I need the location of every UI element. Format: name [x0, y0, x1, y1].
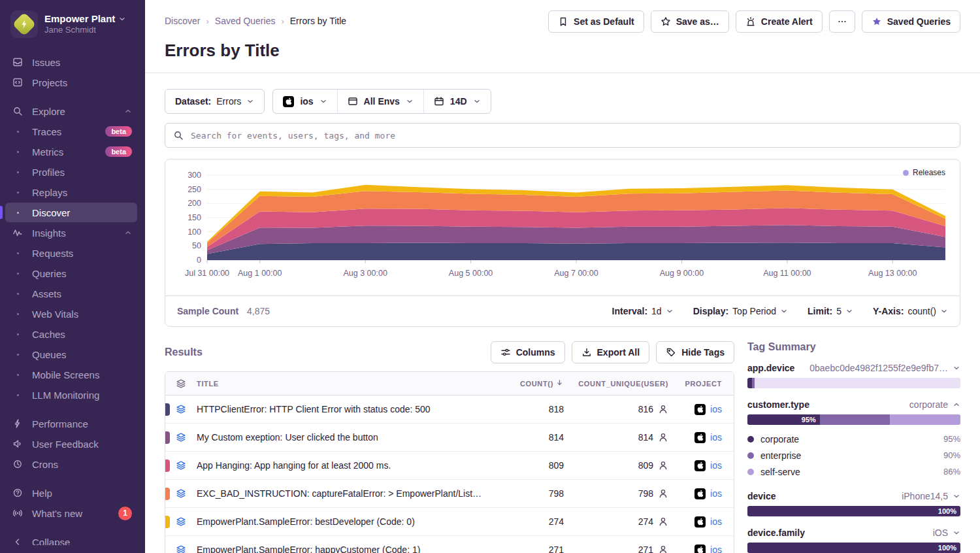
- projects-icon: [12, 77, 24, 88]
- row-title[interactable]: EXC_BAD_INSTRUCTION: captureFatalError: …: [197, 488, 505, 499]
- svg-text:300: 300: [188, 171, 201, 180]
- org-switcher[interactable]: Empower Plant Jane Schmidt: [0, 9, 145, 47]
- set-as-default-button[interactable]: Set as Default: [548, 10, 644, 33]
- sidebar-item-crons[interactable]: Crons: [5, 454, 137, 474]
- sidebar-item-llm-monitoring[interactable]: LLM Monitoring: [5, 385, 137, 405]
- project-link[interactable]: ios: [710, 432, 722, 443]
- search-input[interactable]: [189, 130, 952, 141]
- apple-icon: [694, 460, 706, 471]
- chevron-down-icon[interactable]: [953, 529, 960, 537]
- apple-icon: [694, 432, 706, 443]
- row-title[interactable]: EmpowerPlant.SampleError: bestDeveloper …: [197, 516, 505, 527]
- tag-card-device: deviceiPhone14,5100%: [747, 491, 960, 516]
- sidebar-item-label: Help: [32, 488, 52, 499]
- svg-text:250: 250: [188, 185, 201, 194]
- environment-filter[interactable]: All Envs: [337, 90, 423, 113]
- star-filled-icon: [872, 16, 882, 27]
- sidebar-item-profiles[interactable]: Profiles: [5, 162, 137, 182]
- app-root: Empower Plant Jane Schmidt IssuesProject…: [0, 0, 980, 553]
- row-count-unique: 274: [564, 516, 668, 527]
- bullet-icon: [12, 333, 24, 335]
- sidebar-item-caches[interactable]: Caches: [5, 324, 137, 344]
- display-selector[interactable]: Display:Top Period: [693, 306, 788, 316]
- legend-dot-icon: [903, 170, 909, 176]
- value-color-dot: [747, 469, 754, 475]
- sidebar-item-assets[interactable]: Assets: [5, 284, 137, 303]
- svg-text:150: 150: [188, 213, 201, 222]
- sidebar-item-replays[interactable]: Replays: [5, 182, 137, 202]
- series-color-chip: [165, 488, 170, 500]
- breadcrumb-discover[interactable]: Discover: [165, 16, 200, 26]
- row-title[interactable]: My Custom exeption: User clicked the but…: [197, 432, 505, 443]
- page-filter-group: ios All Envs 14D: [272, 89, 491, 114]
- tag-value-row[interactable]: corporate95%: [747, 431, 960, 447]
- hide-tags-button[interactable]: Hide Tags: [656, 341, 734, 363]
- chevron-down-icon[interactable]: [953, 492, 960, 500]
- dataset-selector[interactable]: Dataset: Errors: [165, 89, 265, 114]
- sidebar-item-insights[interactable]: Insights: [5, 223, 137, 243]
- row-title[interactable]: HTTPClientError: HTTP Client Error with …: [197, 404, 505, 414]
- project-link[interactable]: ios: [710, 516, 722, 527]
- sidebar-item-web-vitals[interactable]: Web Vitals: [5, 304, 137, 324]
- sidebar-item-explore[interactable]: Explore: [5, 101, 137, 121]
- row-project: ios: [668, 460, 734, 471]
- saved-queries-button[interactable]: Saved Queries: [862, 10, 960, 33]
- date-range-filter[interactable]: 14D: [423, 90, 491, 113]
- tag-value-percent: 95%: [943, 434, 960, 444]
- sidebar-item-issues[interactable]: Issues: [5, 52, 137, 72]
- clock-icon: [12, 459, 24, 469]
- column-header-project[interactable]: PROJECT: [668, 380, 734, 388]
- save-as-button[interactable]: Save as…: [651, 10, 729, 33]
- export-all-button[interactable]: Export All: [572, 341, 650, 363]
- chevron-down-icon[interactable]: [953, 364, 960, 372]
- row-title[interactable]: EmpowerPlant.SampleError: happyCustomer …: [197, 545, 505, 553]
- project-link[interactable]: ios: [710, 404, 722, 414]
- sidebar-item-performance[interactable]: Performance: [5, 414, 137, 433]
- columns-button[interactable]: Columns: [491, 341, 565, 363]
- sidebar-item-queries[interactable]: Queries: [5, 263, 137, 283]
- results-table: TITLE COUNT() COUNT_UNIQUE(USER) PROJECT…: [165, 371, 734, 553]
- sidebar-item-discover[interactable]: Discover: [5, 203, 137, 222]
- project-filter[interactable]: ios: [273, 90, 336, 113]
- page-header: Discover › Saved Queries › Errors by Tit…: [145, 0, 980, 73]
- project-link[interactable]: ios: [710, 488, 722, 499]
- sidebar-section: HelpWhat's new1: [0, 483, 145, 524]
- sidebar-item-metrics[interactable]: Metricsbeta: [5, 142, 137, 161]
- interval-selector[interactable]: Interval:1d: [612, 306, 674, 316]
- sample-count: Sample Count 4,875: [177, 306, 270, 316]
- sidebar-item-projects[interactable]: Projects: [5, 73, 137, 92]
- row-count: 809: [505, 460, 564, 471]
- chevron-down-icon: [406, 97, 414, 105]
- tag-summary-panel: Tag Summary app.device0baebc0de4982f1255…: [747, 341, 960, 553]
- sidebar-item-mobile-screens[interactable]: Mobile Screens: [5, 365, 137, 384]
- chart-legend[interactable]: Releases: [903, 168, 945, 177]
- svg-text:Aug 7 00:00: Aug 7 00:00: [554, 269, 598, 278]
- yaxis-selector[interactable]: Y-Axis:count(): [873, 306, 948, 316]
- tag-card-device-family: device.familyiOS100%: [747, 528, 960, 553]
- tag-value-row[interactable]: self-serve86%: [747, 463, 960, 480]
- chevron-up-icon[interactable]: [953, 401, 960, 409]
- sidebar-item-what-s-new[interactable]: What's new1: [5, 503, 137, 523]
- limit-selector[interactable]: Limit:5: [808, 306, 853, 316]
- svg-text:Jul 31 00:00: Jul 31 00:00: [185, 269, 229, 278]
- column-header-count[interactable]: COUNT(): [505, 378, 564, 388]
- column-header-title[interactable]: TITLE: [197, 380, 505, 388]
- more-options-button[interactable]: [829, 10, 855, 33]
- breadcrumb-saved-queries[interactable]: Saved Queries: [215, 16, 276, 26]
- create-alert-button[interactable]: Create Alert: [736, 10, 823, 33]
- project-link[interactable]: ios: [710, 460, 722, 471]
- sidebar-item-label: Explore: [32, 106, 65, 117]
- sidebar-item-queues[interactable]: Queues: [5, 344, 137, 364]
- project-link[interactable]: ios: [710, 545, 722, 553]
- sidebar-item-user-feedback[interactable]: User Feedback: [5, 434, 137, 454]
- sidebar-item-traces[interactable]: Tracesbeta: [5, 122, 137, 141]
- sidebar-section: PerformanceUser FeedbackCrons: [0, 414, 145, 475]
- sidebar-item-collapse[interactable]: Collapse: [5, 532, 137, 545]
- tag-value-row[interactable]: enterprise90%: [747, 447, 960, 463]
- sidebar-item-label: Web Vitals: [32, 309, 78, 320]
- sidebar-item-help[interactable]: Help: [5, 483, 137, 503]
- row-title[interactable]: App Hanging: App hanging for at least 20…: [197, 460, 505, 471]
- row-count: 814: [505, 432, 564, 443]
- sidebar-item-requests[interactable]: Requests: [5, 243, 137, 263]
- column-header-count-unique[interactable]: COUNT_UNIQUE(USER): [564, 380, 668, 388]
